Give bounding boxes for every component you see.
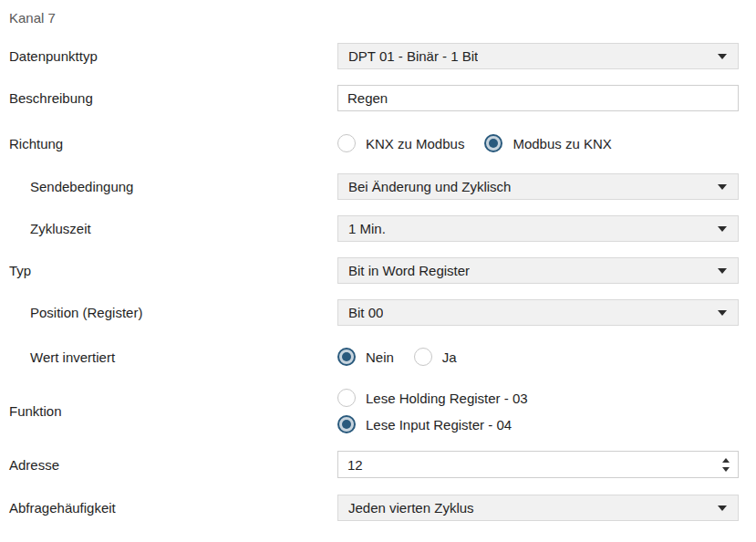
chevron-down-icon [718, 54, 727, 59]
radio-label: Lese Holding Register - 03 [366, 391, 528, 406]
position-register-dropdown[interactable]: Bit 00 [337, 299, 739, 326]
radio-icon-selected [337, 348, 356, 366]
chevron-down-icon [718, 506, 727, 511]
abfragehaeufigkeit-dropdown[interactable]: Jeden vierten Zyklus [337, 495, 739, 521]
sendebedingung-dropdown[interactable]: Bei Änderung und Zyklisch [337, 173, 739, 200]
field-label-datenpunkttyp: Datenpunkttyp [0, 48, 337, 64]
adresse-number-field [337, 451, 739, 478]
row-typ: Typ Bit in Word Register [0, 257, 739, 284]
spinner-down-button[interactable] [722, 467, 730, 472]
row-position-register: Position (Register) Bit 00 [0, 299, 739, 326]
beschreibung-input[interactable] [337, 85, 739, 111]
field-label-sendebedingung: Sendebedingung [0, 179, 337, 194]
parameter-panel: Kanal 7 Datenpunkttyp DPT 01 - Binär - 1… [0, 0, 756, 542]
zykluszeit-dropdown[interactable]: 1 Min. [337, 215, 739, 242]
radio-label: Ja [442, 349, 457, 365]
richtung-radio-group: KNX zu Modbus Modbus zu KNX [337, 134, 739, 152]
datenpunkttyp-dropdown[interactable]: DPT 01 - Binär - 1 Bit [337, 43, 739, 69]
radio-icon-unselected [337, 134, 356, 152]
radio-label: KNX zu Modbus [366, 136, 464, 151]
funktion-radio-group: Lese Holding Register - 03 Lese Input Re… [337, 386, 739, 436]
dropdown-selected-value: Bei Änderung und Zyklisch [348, 179, 511, 194]
radio-option-lese-holding-register[interactable]: Lese Holding Register - 03 [337, 386, 739, 410]
wert-invertiert-radio-group: Nein Ja [337, 348, 739, 366]
dropdown-selected-value: Bit 00 [348, 305, 383, 320]
field-label-typ: Typ [0, 263, 337, 278]
row-sendebedingung: Sendebedingung Bei Änderung und Zyklisch [0, 173, 739, 200]
field-label-zykluszeit: Zykluszeit [0, 221, 337, 236]
radio-option-nein[interactable]: Nein [337, 348, 394, 366]
row-wert-invertiert: Wert invertiert Nein Ja [0, 345, 739, 369]
radio-option-ja[interactable]: Ja [414, 348, 457, 366]
field-label-richtung: Richtung [0, 136, 337, 151]
dropdown-selected-value: DPT 01 - Binär - 1 Bit [348, 48, 478, 64]
row-richtung: Richtung KNX zu Modbus Modbus zu KNX [0, 131, 739, 155]
radio-label: Modbus zu KNX [513, 136, 611, 151]
radio-icon-unselected [414, 348, 432, 366]
dropdown-selected-value: Bit in Word Register [348, 263, 470, 278]
row-funktion: Funktion Lese Holding Register - 03 Lese… [0, 386, 739, 436]
field-label-wert-invertiert: Wert invertiert [0, 349, 337, 365]
chevron-down-icon [718, 226, 727, 232]
field-label-funktion: Funktion [0, 403, 337, 419]
chevron-down-icon [718, 310, 727, 316]
radio-option-modbus-zu-knx[interactable]: Modbus zu KNX [484, 134, 611, 152]
radio-option-lese-input-register[interactable]: Lese Input Register - 04 [337, 412, 739, 436]
channel-header: Kanal 7 [9, 10, 56, 26]
field-label-position-register: Position (Register) [0, 305, 337, 320]
number-spinner [722, 451, 730, 478]
radio-icon-selected [337, 415, 356, 433]
field-label-beschreibung: Beschreibung [0, 90, 337, 106]
field-label-adresse: Adresse [0, 457, 337, 473]
radio-option-knx-zu-modbus[interactable]: KNX zu Modbus [337, 134, 464, 152]
row-beschreibung: Beschreibung [0, 85, 739, 111]
radio-label: Lese Input Register - 04 [366, 417, 512, 433]
field-label-abfragehaeufigkeit: Abfragehäufigkeit [0, 500, 337, 516]
radio-label: Nein [366, 349, 394, 365]
radio-icon-unselected [337, 389, 356, 407]
row-adresse: Adresse [0, 451, 739, 478]
typ-dropdown[interactable]: Bit in Word Register [337, 257, 739, 284]
row-zykluszeit: Zykluszeit 1 Min. [0, 215, 739, 242]
chevron-down-icon [718, 268, 727, 274]
row-abfragehaeufigkeit: Abfragehäufigkeit Jeden vierten Zyklus [0, 495, 739, 521]
adresse-input[interactable] [337, 451, 739, 478]
radio-icon-selected [484, 134, 502, 152]
row-datenpunkttyp: Datenpunkttyp DPT 01 - Binär - 1 Bit [0, 43, 739, 69]
dropdown-selected-value: Jeden vierten Zyklus [348, 500, 474, 516]
spinner-up-button[interactable] [722, 458, 730, 463]
dropdown-selected-value: 1 Min. [348, 221, 386, 236]
chevron-down-icon [718, 184, 727, 190]
